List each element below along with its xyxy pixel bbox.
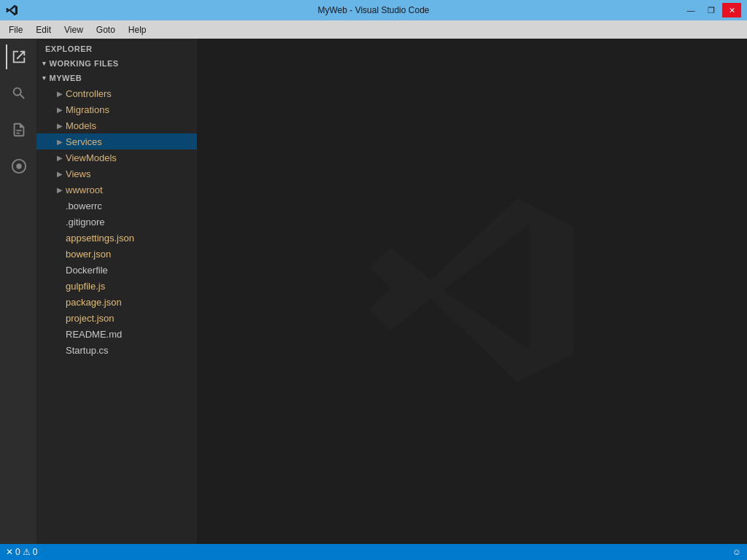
appsettings-label: appsettings.json <box>66 233 134 244</box>
file-startup[interactable]: Startup.cs <box>36 342 197 358</box>
migrations-label: Migrations <box>66 104 109 115</box>
smiley-icon[interactable]: ☺ <box>732 547 741 557</box>
gulpfile-label: gulpfile.js <box>66 281 105 292</box>
wwwroot-label: wwwroot <box>66 184 103 195</box>
menu-item-help[interactable]: Help <box>123 23 152 36</box>
startup-label: Startup.cs <box>66 345 109 356</box>
menu-item-edit[interactable]: Edit <box>30 23 57 36</box>
menu-item-goto[interactable]: Goto <box>90 23 121 36</box>
working-files-header[interactable]: ▾ WORKING FILES <box>36 56 197 71</box>
folder-wwwroot[interactable]: ▶ wwwroot <box>36 182 197 198</box>
restore-button[interactable]: ❐ <box>702 3 721 18</box>
working-files-arrow: ▾ <box>42 60 47 67</box>
bowerrc-label: .bowerrc <box>66 201 102 211</box>
menubar: FileEditViewGotoHelp <box>0 20 747 39</box>
status-right: ☺ <box>732 547 741 557</box>
vscode-watermark <box>370 188 574 394</box>
folder-migrations[interactable]: ▶ Migrations <box>36 101 197 117</box>
sidebar-item-search[interactable] <box>6 81 31 106</box>
wwwroot-arrow: ▶ <box>54 186 66 194</box>
warning-icon: ⚠ <box>23 547 31 557</box>
menu-item-view[interactable]: View <box>58 23 89 36</box>
controllers-label: Controllers <box>66 88 112 99</box>
sidebar-item-git[interactable] <box>6 117 31 142</box>
svg-point-1 <box>16 163 21 168</box>
file-bower[interactable]: bower.json <box>36 246 197 262</box>
myweb-arrow: ▾ <box>42 74 47 82</box>
services-arrow: ▶ <box>54 138 66 146</box>
vscode-logo <box>6 4 18 16</box>
working-files-label: WORKING FILES <box>50 59 119 68</box>
window-title: MyWeb - Visual Studio Code <box>318 5 430 15</box>
file-readme[interactable]: README.md <box>36 326 197 342</box>
project-label: project.json <box>66 313 114 324</box>
myweb-label: MYWEB <box>50 74 82 82</box>
myweb-header[interactable]: ▾ MYWEB <box>36 71 197 85</box>
viewmodels-label: ViewModels <box>66 152 117 163</box>
controllers-arrow: ▶ <box>54 90 66 98</box>
folder-models[interactable]: ▶ Models <box>36 117 197 133</box>
sidebar: EXPLORER ▾ WORKING FILES ▾ MYWEB ▶ Contr… <box>36 39 197 544</box>
file-project[interactable]: project.json <box>36 310 197 326</box>
migrations-arrow: ▶ <box>54 106 66 114</box>
folder-services[interactable]: ▶ Services <box>36 133 197 149</box>
services-label: Services <box>66 136 102 147</box>
window-controls: — ❐ ✕ <box>681 3 741 18</box>
gitignore-label: .gitignore <box>66 217 104 228</box>
statusbar: ✕ 0 ⚠ 0 ☺ <box>0 544 747 560</box>
views-arrow: ▶ <box>54 170 66 178</box>
sidebar-item-explorer[interactable] <box>6 44 31 69</box>
viewmodels-arrow: ▶ <box>54 154 66 162</box>
folder-viewmodels[interactable]: ▶ ViewModels <box>36 149 197 166</box>
bower-label: bower.json <box>66 249 111 260</box>
file-gulpfile[interactable]: gulpfile.js <box>36 278 197 294</box>
error-count[interactable]: ✕ 0 ⚠ 0 <box>6 547 37 557</box>
folder-controllers[interactable]: ▶ Controllers <box>36 85 197 101</box>
file-appsettings[interactable]: appsettings.json <box>36 230 197 246</box>
explorer-header: EXPLORER <box>36 39 197 56</box>
file-package[interactable]: package.json <box>36 294 197 310</box>
folder-views[interactable]: ▶ Views <box>36 166 197 182</box>
views-label: Views <box>66 168 90 179</box>
package-label: package.json <box>66 297 122 308</box>
activity-bar <box>0 39 36 544</box>
readme-label: README.md <box>66 329 122 340</box>
sidebar-item-debug[interactable] <box>6 154 31 179</box>
minimize-button[interactable]: — <box>681 3 700 18</box>
error-number: 0 <box>15 547 20 557</box>
main-layout: EXPLORER ▾ WORKING FILES ▾ MYWEB ▶ Contr… <box>0 39 747 544</box>
models-label: Models <box>66 120 96 131</box>
warning-number: 0 <box>33 547 38 557</box>
file-gitignore[interactable]: .gitignore <box>36 214 197 230</box>
file-dockerfile[interactable]: Dockerfile <box>36 262 197 278</box>
titlebar: MyWeb - Visual Studio Code — ❐ ✕ <box>0 0 747 20</box>
models-arrow: ▶ <box>54 122 66 130</box>
menu-item-file[interactable]: File <box>3 23 28 36</box>
file-bowerrc[interactable]: .bowerrc <box>36 198 197 214</box>
dockerfile-label: Dockerfile <box>66 265 108 276</box>
editor-area <box>197 39 747 544</box>
close-button[interactable]: ✕ <box>722 3 741 18</box>
error-icon: ✕ <box>6 547 13 557</box>
